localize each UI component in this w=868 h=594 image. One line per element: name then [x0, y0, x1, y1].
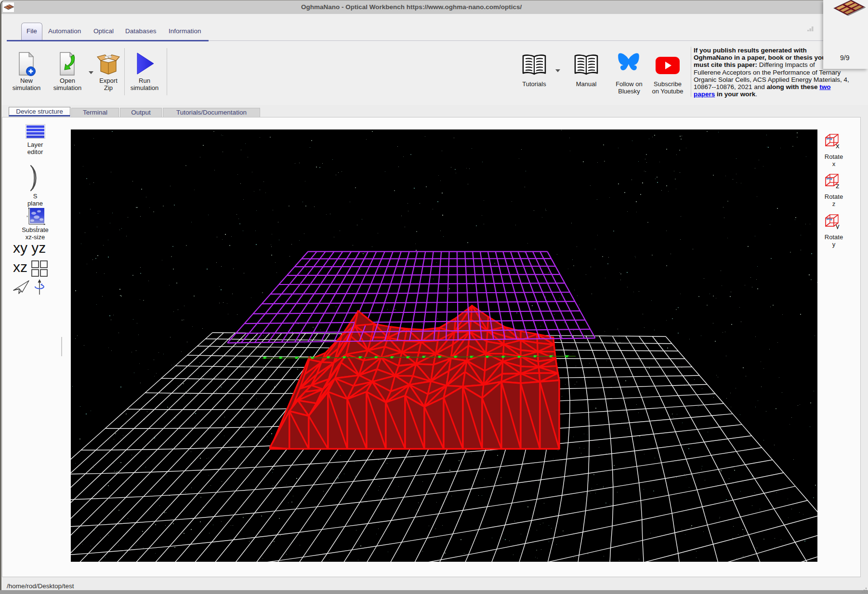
svg-text:z: z: [836, 181, 840, 189]
svg-text:x: x: [836, 142, 840, 149]
svg-text:y: y: [836, 222, 840, 229]
svg-text:x: x: [26, 215, 28, 218]
